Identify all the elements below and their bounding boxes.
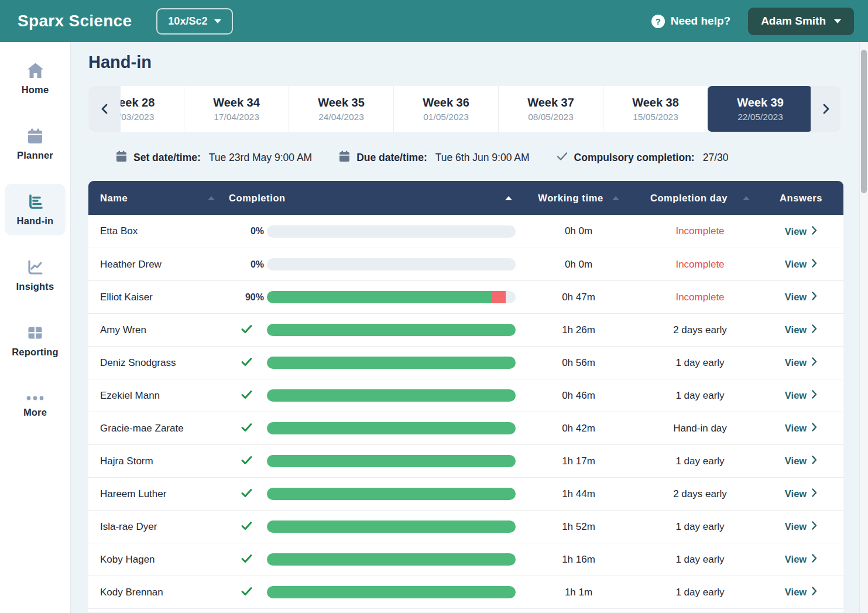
student-name: Elliot Kaiser	[88, 292, 229, 303]
completion-bar	[264, 291, 516, 303]
set-date-label: Set date/time:	[133, 152, 201, 164]
view-answers-link[interactable]: View	[785, 423, 817, 434]
table-row: Isla-rae Dyer 1h 52m 1 day early View	[88, 510, 843, 543]
working-time: 0h 0m	[516, 259, 641, 270]
top-header: Sparx Science 10x/Sc2 ? Need help? Adam …	[0, 0, 868, 42]
column-header-working-time[interactable]: Working time	[516, 193, 641, 204]
student-name: Ezekiel Mann	[88, 390, 229, 402]
complete-check-icon	[241, 357, 252, 369]
answers-cell: View	[759, 390, 843, 401]
view-label: View	[785, 390, 807, 401]
completion-bar	[264, 225, 516, 238]
sidebar-item-reporting[interactable]: Reporting	[5, 315, 66, 367]
completion-day: 2 days early	[641, 324, 759, 336]
week-tab[interactable]: Week 36 01/05/2023	[393, 86, 498, 132]
column-header-completion[interactable]: Completion	[229, 193, 516, 204]
completion-percent: 90%	[245, 292, 264, 303]
week-tab-date: 24/04/2023	[318, 112, 364, 122]
sidebar-item-label: Reporting	[12, 347, 59, 358]
view-label: View	[785, 423, 807, 434]
chevron-right-icon	[812, 554, 817, 565]
student-name: Gracie-mae Zarate	[88, 423, 229, 434]
user-menu-button[interactable]: Adam Smith	[748, 8, 854, 35]
week-tab[interactable]: Week 37 08/05/2023	[498, 86, 603, 132]
table-row: Amy Wren 1h 26m 2 days early View	[88, 313, 843, 346]
sidebar-item-hand-in[interactable]: Hand-in	[5, 184, 66, 235]
working-time: 1h 1m	[516, 587, 641, 598]
view-label: View	[785, 259, 807, 270]
working-time: 1h 26m	[516, 324, 641, 336]
chevron-right-icon	[812, 357, 817, 368]
completion-bar	[264, 488, 516, 500]
completion-day: Hand-in day	[641, 423, 759, 434]
completion-status	[229, 521, 264, 533]
view-label: View	[785, 357, 807, 368]
week-tab[interactable]: Week 38 15/05/2023	[603, 86, 708, 132]
need-help-label: Need help?	[671, 15, 730, 28]
view-answers-link[interactable]: View	[785, 521, 817, 532]
working-time: 0h 42m	[516, 423, 641, 434]
progress-track	[267, 225, 516, 238]
class-selector-label: 10x/Sc2	[168, 15, 207, 28]
view-answers-link[interactable]: View	[785, 390, 817, 401]
progress-green-segment	[267, 586, 516, 598]
view-answers-link[interactable]: View	[785, 488, 817, 499]
completion-day: Incomplete	[641, 259, 759, 270]
completion-bar	[264, 520, 516, 533]
sidebar-item-more[interactable]: More	[5, 381, 66, 432]
table-row: Gracie-mae Zarate 0h 42m Hand-in day Vie…	[88, 412, 843, 444]
column-header-name[interactable]: Name	[88, 193, 229, 204]
column-header-completion-day[interactable]: Completion day	[641, 193, 759, 204]
view-answers-link[interactable]: View	[785, 456, 817, 467]
view-answers-link[interactable]: View	[785, 324, 817, 335]
previous-weeks-button[interactable]	[88, 86, 121, 132]
complete-check-icon	[241, 324, 252, 336]
view-label: View	[785, 587, 807, 598]
table-row: Hajra Storm 1h 17m 1 day early View	[88, 444, 843, 477]
scrollbar-thumb[interactable]	[861, 50, 867, 193]
week-tab[interactable]: Week 39 22/05/2023	[708, 86, 812, 132]
view-answers-link[interactable]: View	[785, 357, 817, 368]
table-row-partial	[88, 608, 843, 612]
sidebar-item-planner[interactable]: Planner	[5, 118, 66, 170]
working-time: 0h 56m	[516, 357, 641, 369]
chevron-right-icon	[812, 390, 817, 401]
line-chart-icon	[26, 259, 44, 276]
view-answers-link[interactable]: View	[785, 554, 817, 565]
view-answers-link[interactable]: View	[785, 587, 817, 598]
week-tab[interactable]: Week 34 17/04/2023	[184, 86, 289, 132]
view-answers-link[interactable]: View	[785, 226, 817, 237]
completion-day: Incomplete	[641, 225, 759, 237]
check-icon	[557, 152, 568, 164]
sidebar-item-insights[interactable]: Insights	[5, 249, 66, 301]
view-answers-link[interactable]: View	[785, 259, 817, 270]
complete-check-icon	[241, 587, 252, 598]
hand-in-table: Name Completion Working time Completion …	[88, 181, 843, 612]
student-name: Isla-rae Dyer	[88, 521, 229, 533]
sidebar-item-home[interactable]: Home	[5, 53, 66, 104]
student-name: Hareem Luther	[88, 488, 229, 500]
completion-bar	[264, 357, 516, 369]
complete-check-icon	[241, 456, 252, 467]
view-answers-link[interactable]: View	[785, 292, 817, 303]
week-tab[interactable]: Week 35 24/04/2023	[289, 86, 393, 132]
complete-check-icon	[241, 554, 252, 566]
ellipsis-icon	[25, 395, 45, 402]
next-weeks-button[interactable]	[811, 86, 840, 132]
complete-check-icon	[241, 521, 252, 533]
compulsory-completion-info: Compulsory completion: 27/30	[557, 152, 729, 164]
column-label: Name	[100, 193, 128, 204]
completion-bar	[264, 324, 516, 336]
class-selector-dropdown[interactable]: 10x/Sc2	[156, 8, 233, 35]
answers-cell: View	[759, 292, 843, 303]
completion-status	[229, 390, 264, 402]
progress-green-segment	[267, 357, 516, 369]
week-tab-label: Week 37	[527, 96, 574, 109]
progress-green-segment	[267, 455, 516, 467]
chevron-right-icon	[812, 324, 817, 335]
column-label: Completion	[229, 193, 286, 204]
need-help-link[interactable]: ? Need help?	[651, 15, 730, 28]
week-tabs: Week 28 06/03/2023 Week 34 17/04/2023 We…	[88, 86, 812, 132]
progress-green-segment	[267, 553, 516, 566]
completion-status: 0%	[229, 259, 264, 270]
